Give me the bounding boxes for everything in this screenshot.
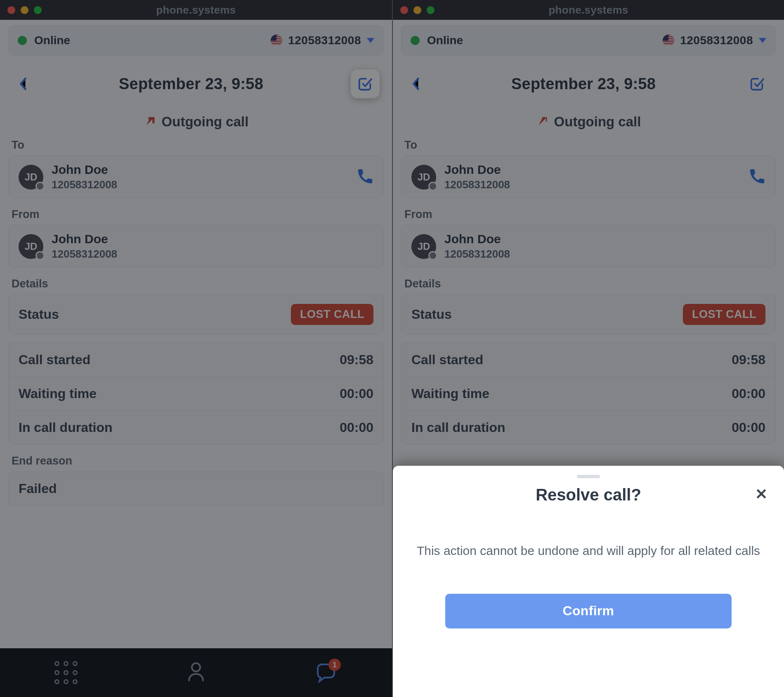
detail-key: Call started <box>411 352 483 367</box>
contact-name: John Doe <box>444 163 510 177</box>
presence-dot-icon <box>411 36 420 45</box>
presence-indicator-icon <box>35 251 45 260</box>
chevron-down-icon <box>759 38 766 43</box>
modal-title: Resolve call? <box>536 486 641 504</box>
close-icon[interactable]: ✕ <box>755 486 767 503</box>
detail-value: 00:00 <box>340 420 373 435</box>
section-from: From <box>393 206 784 225</box>
avatar: JD <box>19 234 43 259</box>
section-end-reason: End reason <box>0 453 392 472</box>
presence-indicator-icon <box>35 182 45 191</box>
detail-value: 00:00 <box>732 420 765 435</box>
contact-to[interactable]: JD John Doe 12058312008 <box>401 156 776 198</box>
back-button[interactable] <box>15 76 31 92</box>
left-pane: phone.systems Online 12058312008 Septemb… <box>0 0 392 697</box>
detail-key: In call duration <box>411 420 505 435</box>
section-from: From <box>0 206 392 225</box>
app-title: phone.systems <box>0 4 392 17</box>
detail-key: Waiting time <box>19 386 97 401</box>
back-button[interactable] <box>408 76 424 92</box>
svg-point-0 <box>192 663 200 671</box>
contact-to[interactable]: JD John Doe 12058312008 <box>8 156 384 198</box>
avatar: JD <box>19 165 43 190</box>
modal-body: This action cannot be undone and will ap… <box>409 541 767 561</box>
window-titlebar: phone.systems <box>393 0 784 20</box>
contact-name: John Doe <box>52 232 117 246</box>
us-flag-icon <box>663 35 674 46</box>
detail-key: In call duration <box>19 420 113 435</box>
status-badge: LOST CALL <box>683 304 765 325</box>
section-to: To <box>393 137 784 156</box>
status-bar: Online 12058312008 <box>401 26 776 55</box>
avatar: JD <box>411 234 436 259</box>
call-direction-label: Outgoing call <box>554 114 641 130</box>
app-title: phone.systems <box>393 4 784 17</box>
presence-indicator-icon <box>428 182 437 191</box>
detail-value: 00:00 <box>732 386 765 401</box>
resolve-modal: Resolve call? ✕ This action cannot be un… <box>393 466 784 697</box>
number-selector[interactable]: 12058312008 <box>663 34 766 47</box>
page-title: September 23, 9:58 <box>119 75 263 93</box>
presence-indicator-icon <box>428 251 437 260</box>
avatar: JD <box>411 165 436 190</box>
section-details: Details <box>0 276 392 294</box>
contact-number: 12058312008 <box>444 248 510 261</box>
detail-key-status: Status <box>19 307 59 322</box>
detail-key: Waiting time <box>411 386 489 401</box>
details-card: Status LOST CALL <box>401 294 776 334</box>
end-reason-value: Failed <box>8 472 384 506</box>
page-title: September 23, 9:58 <box>511 75 656 93</box>
presence-label: Online <box>427 34 463 47</box>
window-titlebar: phone.systems <box>0 0 392 20</box>
section-to: To <box>0 137 392 156</box>
call-button[interactable] <box>357 168 373 186</box>
presence-dot-icon <box>18 36 27 45</box>
selected-number: 12058312008 <box>288 34 361 47</box>
detail-value: 00:00 <box>340 386 373 401</box>
detail-value: 09:58 <box>340 352 373 367</box>
confirm-button[interactable]: Confirm <box>445 594 732 628</box>
chevron-down-icon <box>367 38 374 43</box>
detail-value: 09:58 <box>732 352 765 367</box>
selected-number: 12058312008 <box>680 34 753 47</box>
contact-number: 12058312008 <box>444 178 510 191</box>
call-direction-label: Outgoing call <box>162 114 249 130</box>
number-selector[interactable]: 12058312008 <box>271 34 374 47</box>
presence-label: Online <box>34 34 70 47</box>
call-direction: Outgoing call <box>393 102 784 137</box>
call-direction: Outgoing call <box>0 102 392 137</box>
us-flag-icon <box>271 35 282 46</box>
tab-messages[interactable]: 1 <box>314 661 338 684</box>
resolve-button[interactable] <box>743 69 772 98</box>
resolve-button[interactable] <box>351 69 380 98</box>
detail-key-status: Status <box>411 307 452 322</box>
timing-card: Call started09:58 Waiting time00:00 In c… <box>8 343 384 445</box>
contact-number: 12058312008 <box>52 248 117 261</box>
details-card: Status LOST CALL <box>8 294 384 334</box>
contact-from[interactable]: JD John Doe 12058312008 <box>8 225 384 268</box>
tab-dialpad[interactable] <box>54 661 78 684</box>
status-badge: LOST CALL <box>291 304 373 325</box>
tab-contacts[interactable] <box>187 661 205 684</box>
detail-key: Call started <box>19 352 90 367</box>
notification-badge: 1 <box>328 659 341 671</box>
section-details: Details <box>393 276 784 294</box>
bottom-tabbar: 1 <box>0 648 392 697</box>
contact-from[interactable]: JD John Doe 12058312008 <box>401 225 776 268</box>
timing-card: Call started09:58 Waiting time00:00 In c… <box>401 343 776 445</box>
status-bar: Online 12058312008 <box>8 26 384 55</box>
call-button[interactable] <box>749 168 765 186</box>
contact-name: John Doe <box>444 232 510 246</box>
contact-number: 12058312008 <box>52 178 117 191</box>
right-pane: phone.systems Online 12058312008 Septemb… <box>392 0 784 697</box>
sheet-grabber-icon[interactable] <box>577 475 600 478</box>
contact-name: John Doe <box>52 163 117 177</box>
